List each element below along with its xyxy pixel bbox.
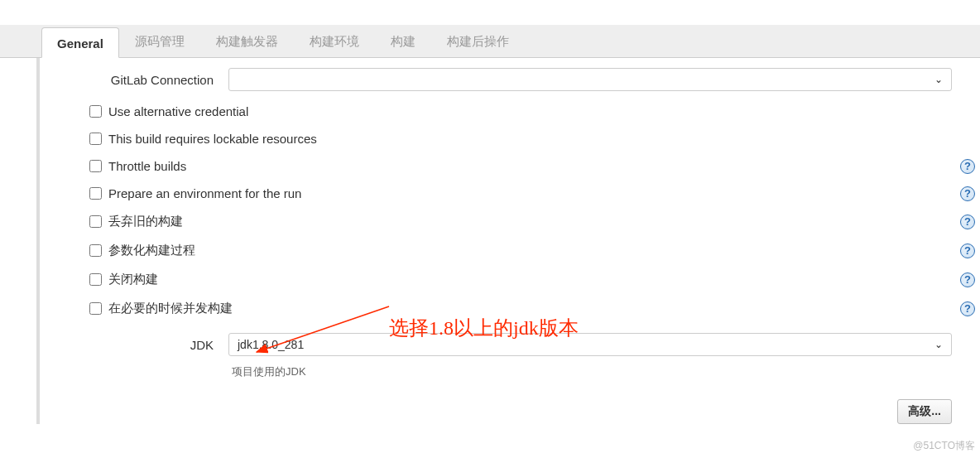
chevron-down-icon: ⌄: [934, 74, 943, 85]
lockable-resources-checkbox[interactable]: [89, 133, 102, 145]
lockable-resources-row: This build requires lockable resources: [40, 125, 980, 152]
config-tabs: General 源码管理 构建触发器 构建环境 构建 构建后操作: [0, 25, 980, 58]
disable-build-label: 关闭构建: [108, 272, 158, 287]
chevron-down-icon: ⌄: [934, 339, 943, 350]
parameterized-build-label: 参数化构建过程: [108, 243, 195, 258]
tab-triggers[interactable]: 构建触发器: [200, 25, 294, 57]
throttle-builds-label: Throttle builds: [108, 159, 186, 173]
use-alt-credential-checkbox[interactable]: [89, 105, 102, 118]
prepare-env-label: Prepare an environment for the run: [108, 186, 301, 200]
disable-build-checkbox[interactable]: [89, 273, 102, 286]
use-alt-credential-label: Use alternative credential: [108, 104, 248, 118]
jdk-value: jdk1.8.0_281: [238, 338, 304, 351]
help-icon[interactable]: ?: [960, 243, 975, 258]
watermark: @51CTO博客: [913, 439, 975, 453]
advanced-button[interactable]: 高级...: [897, 399, 952, 424]
help-icon[interactable]: ?: [960, 301, 975, 316]
discard-old-builds-checkbox[interactable]: [89, 215, 102, 228]
tab-post-build[interactable]: 构建后操作: [431, 25, 525, 57]
concurrent-build-checkbox[interactable]: [89, 302, 102, 315]
throttle-builds-checkbox[interactable]: [89, 160, 102, 172]
jdk-desc: 项目使用的JDK: [40, 363, 980, 379]
help-icon[interactable]: ?: [960, 215, 975, 229]
help-icon[interactable]: ?: [960, 272, 975, 287]
jdk-row: JDK jdk1.8.0_281 ⌄: [40, 323, 980, 363]
help-icon[interactable]: ?: [960, 159, 975, 174]
tab-build[interactable]: 构建: [375, 25, 431, 57]
gitlab-connection-label: GitLab Connection: [89, 73, 228, 87]
concurrent-build-label: 在必要的时候并发构建: [108, 301, 233, 316]
use-alt-credential-row: Use alternative credential: [40, 98, 980, 125]
jdk-select[interactable]: jdk1.8.0_281 ⌄: [228, 333, 952, 356]
tab-scm[interactable]: 源码管理: [119, 25, 200, 57]
prepare-env-checkbox[interactable]: [89, 187, 102, 200]
parameterized-build-row: 参数化构建过程 ?: [40, 236, 980, 265]
parameterized-build-checkbox[interactable]: [89, 244, 102, 257]
discard-old-builds-label: 丢弃旧的构建: [108, 214, 183, 229]
tab-build-env[interactable]: 构建环境: [294, 25, 375, 57]
throttle-builds-row: Throttle builds ?: [40, 152, 980, 180]
lockable-resources-label: This build requires lockable resources: [108, 132, 317, 146]
help-icon[interactable]: ?: [960, 186, 975, 201]
gitlab-connection-select[interactable]: ⌄: [228, 68, 952, 91]
jdk-label: JDK: [89, 338, 228, 352]
gitlab-connection-row: GitLab Connection ⌄: [40, 61, 980, 98]
disable-build-row: 关闭构建 ?: [40, 265, 980, 294]
tab-general[interactable]: General: [41, 27, 119, 58]
prepare-env-row: Prepare an environment for the run ?: [40, 180, 980, 207]
general-tab-content: GitLab Connection ⌄ Use alternative cred…: [40, 58, 980, 424]
discard-old-builds-row: 丢弃旧的构建 ?: [40, 207, 980, 236]
concurrent-build-row: 在必要的时候并发构建 ?: [40, 294, 980, 323]
